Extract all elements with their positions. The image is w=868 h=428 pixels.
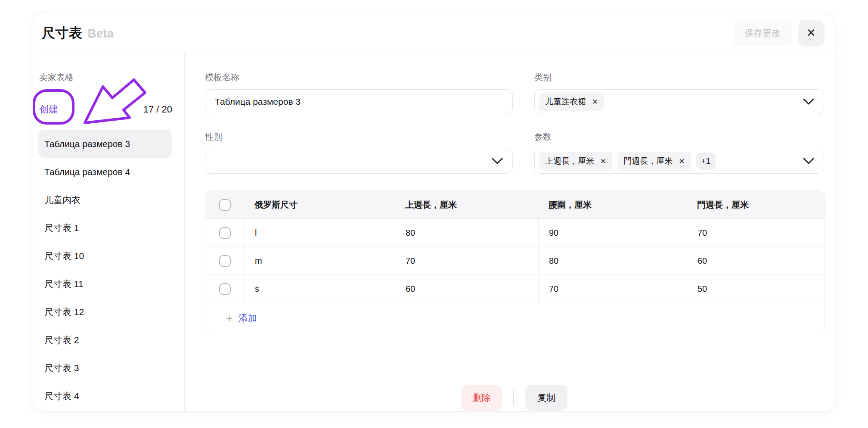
param-tag-label: 門週長，厘米 (623, 156, 673, 167)
table-body: l 80 90 70 m 70 80 60 s (205, 219, 825, 303)
column-header: 腰圍，厘米 (538, 191, 687, 219)
table-header-row: 俄罗斯尺寸 上週長，厘米 腰圍，厘米 門週長，厘米 (205, 191, 825, 219)
sidebar-item-label: Таблица размеров 3 (44, 139, 130, 149)
table-row: s 60 70 50 (205, 275, 825, 303)
footer-divider (513, 389, 514, 406)
create-button[interactable]: 创建 (39, 103, 58, 116)
page-title: 尺寸表 (42, 24, 83, 42)
sidebar-item-label: Таблица размеров 4 (44, 167, 130, 177)
add-row-button[interactable]: 添加 (239, 312, 257, 324)
form-grid: 模板名称 类别 儿童连衣裙 ✕ (205, 72, 824, 174)
size-table: 俄罗斯尺寸 上週長，厘米 腰圍，厘米 門週長，厘米 l 80 90 70 (205, 191, 825, 333)
row-checkbox[interactable] (219, 227, 231, 239)
category-field: 类别 儿童连衣裙 ✕ (534, 72, 824, 114)
annotation-arrow-icon (81, 75, 150, 127)
params-more-badge: +1 (696, 153, 716, 170)
cell-value[interactable]: 50 (687, 275, 825, 303)
size-chart-modal: 尺寸表 Beta 保存更改 ✕ 卖家表格 创建 17 / 20 Таблица … (33, 13, 835, 412)
select-all-checkbox[interactable] (219, 199, 231, 211)
sidebar-item-chart-2[interactable]: 尺寸表 2 (38, 326, 172, 354)
template-name-input[interactable] (205, 89, 513, 114)
cell-value[interactable]: 90 (538, 219, 687, 247)
gender-label: 性别 (205, 131, 513, 143)
row-checkbox[interactable] (219, 283, 231, 295)
sidebar-item-label: 尺寸表 2 (44, 334, 79, 346)
sidebar-item-chart-12[interactable]: 尺寸表 12 (38, 298, 172, 326)
sidebar-item-chart-1[interactable]: 尺寸表 1 (38, 214, 172, 242)
table-row: m 70 80 60 (205, 247, 825, 275)
sidebar: 卖家表格 创建 17 / 20 Таблица размеров 3 Табли… (33, 53, 185, 411)
category-tag: 儿童连衣裙 ✕ (539, 92, 604, 111)
param-tag: 門週長，厘米 ✕ (617, 152, 691, 171)
close-icon: ✕ (806, 26, 816, 40)
sidebar-section-label: 卖家表格 (38, 72, 172, 83)
chevron-down-icon (492, 158, 503, 165)
row-checkbox[interactable] (219, 255, 231, 267)
tag-close-icon[interactable]: ✕ (679, 158, 685, 165)
gender-select[interactable] (205, 149, 513, 174)
category-tag-label: 儿童连衣裙 (545, 96, 586, 107)
delete-button[interactable]: 删除 (462, 385, 502, 411)
footer-actions: 删除 复制 (205, 385, 824, 411)
modal-body: 卖家表格 创建 17 / 20 Таблица размеров 3 Табли… (33, 53, 835, 411)
add-row: + 添加 (205, 303, 825, 333)
param-tag: 上週長，厘米 ✕ (539, 152, 612, 171)
sidebar-item-label: 尺寸表 12 (44, 306, 84, 318)
title-wrap: 尺寸表 Beta (42, 24, 114, 42)
chevron-down-icon (803, 158, 814, 165)
create-row: 创建 17 / 20 (38, 103, 172, 116)
close-button[interactable]: ✕ (798, 20, 825, 47)
cell-value[interactable]: 70 (687, 219, 825, 247)
column-header: 門週長，厘米 (687, 191, 825, 219)
table-row: l 80 90 70 (205, 219, 825, 247)
params-label: 参数 (534, 131, 824, 143)
sidebar-item-tablica-4[interactable]: Таблица размеров 4 (38, 158, 172, 186)
template-name-field: 模板名称 (205, 72, 513, 114)
cell-size[interactable]: m (244, 247, 395, 275)
modal-header: 尺寸表 Beta 保存更改 ✕ (33, 13, 835, 53)
params-select[interactable]: 上週長，厘米 ✕ 門週長，厘米 ✕ +1 (534, 149, 824, 174)
column-header: 上週長，厘米 (395, 191, 538, 219)
cell-value[interactable]: 70 (395, 247, 538, 275)
sidebar-item-label: 尺寸表 3 (44, 362, 79, 374)
plus-icon: + (226, 312, 232, 324)
beta-badge: Beta (88, 27, 114, 41)
sidebar-item-label: 尺寸表 11 (44, 278, 84, 290)
sidebar-item-label: 儿童内衣 (44, 194, 81, 206)
gender-field: 性别 (205, 131, 513, 174)
table-counter: 17 / 20 (143, 104, 172, 115)
category-label: 类别 (534, 72, 824, 83)
sidebar-list: Таблица размеров 3 Таблица размеров 4 儿童… (38, 130, 172, 410)
cell-value[interactable]: 60 (395, 275, 538, 303)
main-content: 模板名称 类别 儿童连衣裙 ✕ (185, 53, 835, 411)
sidebar-item-chart-4[interactable]: 尺寸表 4 (38, 382, 172, 410)
cell-value[interactable]: 70 (538, 275, 687, 303)
tag-close-icon[interactable]: ✕ (600, 158, 606, 165)
category-select[interactable]: 儿童连衣裙 ✕ (534, 89, 824, 114)
copy-button[interactable]: 复制 (525, 385, 567, 411)
params-field: 参数 上週長，厘米 ✕ 門週長，厘米 ✕ +1 (534, 131, 824, 174)
tag-close-icon[interactable]: ✕ (592, 98, 598, 106)
sidebar-item-label: 尺寸表 4 (44, 390, 79, 402)
sidebar-item-chart-3[interactable]: 尺寸表 3 (38, 354, 172, 382)
sidebar-item-kids-underwear[interactable]: 儿童内衣 (38, 186, 172, 214)
template-name-label: 模板名称 (205, 72, 513, 83)
param-tag-label: 上週長，厘米 (545, 156, 594, 167)
column-header: 俄罗斯尺寸 (244, 191, 395, 219)
save-changes-button[interactable]: 保存更改 (733, 20, 792, 46)
cell-value[interactable]: 60 (687, 247, 825, 275)
cell-size[interactable]: s (244, 275, 395, 303)
cell-value[interactable]: 80 (538, 247, 687, 275)
sidebar-item-label: 尺寸表 1 (44, 222, 79, 234)
sidebar-item-chart-10[interactable]: 尺寸表 10 (38, 242, 172, 270)
sidebar-item-label: 尺寸表 10 (44, 250, 84, 262)
cell-value[interactable]: 80 (395, 219, 538, 247)
cell-size[interactable]: l (244, 219, 395, 247)
sidebar-item-chart-11[interactable]: 尺寸表 11 (38, 270, 172, 298)
chevron-down-icon (803, 98, 814, 105)
sidebar-item-tablica-3[interactable]: Таблица размеров 3 (38, 130, 172, 158)
